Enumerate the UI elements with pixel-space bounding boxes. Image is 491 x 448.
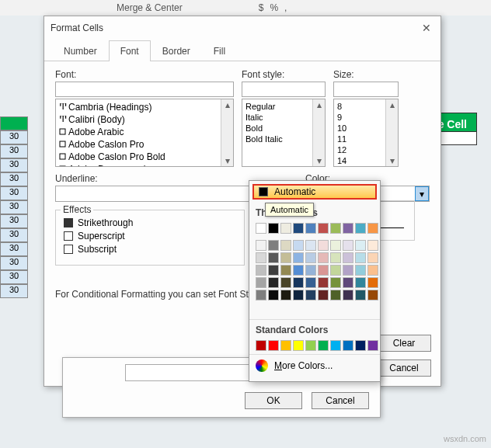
color-swatch[interactable] bbox=[280, 340, 291, 351]
color-swatch[interactable] bbox=[367, 240, 378, 251]
size-input[interactable] bbox=[333, 82, 399, 97]
color-swatch[interactable] bbox=[343, 265, 353, 276]
color-swatch[interactable] bbox=[280, 277, 291, 288]
color-swatch[interactable] bbox=[343, 252, 353, 263]
color-swatch[interactable] bbox=[268, 265, 279, 276]
color-swatch[interactable] bbox=[256, 290, 266, 300]
color-swatch[interactable] bbox=[355, 265, 366, 276]
cell[interactable]: 30 bbox=[0, 270, 28, 284]
color-swatch[interactable] bbox=[330, 240, 341, 251]
color-swatch[interactable] bbox=[355, 340, 366, 351]
color-swatch[interactable] bbox=[256, 223, 266, 234]
fontstyle-list[interactable]: Regular Italic Bold Bold Italic ▴▾ bbox=[242, 99, 326, 167]
cell[interactable]: 30 bbox=[0, 186, 28, 200]
scrollbar[interactable]: ▴▾ bbox=[312, 99, 325, 166]
color-swatch[interactable] bbox=[343, 277, 353, 288]
merge-center-label[interactable]: Merge & Center bbox=[117, 2, 183, 13]
color-swatch[interactable] bbox=[268, 223, 279, 234]
color-swatch[interactable] bbox=[318, 252, 329, 263]
color-swatch[interactable] bbox=[268, 340, 279, 351]
tab-fill[interactable]: Fill bbox=[202, 40, 237, 61]
tab-number[interactable]: Number bbox=[52, 40, 109, 61]
color-swatch[interactable] bbox=[367, 265, 378, 276]
color-swatch[interactable] bbox=[343, 290, 353, 300]
color-swatch[interactable] bbox=[293, 277, 304, 288]
color-swatch[interactable] bbox=[293, 265, 304, 276]
cell[interactable]: 30 bbox=[0, 200, 28, 214]
cell[interactable]: 30 bbox=[0, 214, 28, 228]
color-swatch[interactable] bbox=[330, 252, 341, 263]
cancel-button[interactable]: Cancel bbox=[377, 359, 431, 377]
color-swatch[interactable] bbox=[330, 290, 341, 300]
font-input[interactable] bbox=[55, 82, 234, 97]
chevron-down-icon[interactable]: ▾ bbox=[415, 186, 429, 201]
color-swatch[interactable] bbox=[367, 277, 378, 288]
cell[interactable]: 30 bbox=[0, 242, 28, 256]
tab-font[interactable]: Font bbox=[109, 40, 151, 61]
size-list[interactable]: 8 9 10 11 12 14 ▴▾ bbox=[333, 99, 399, 167]
color-swatch[interactable] bbox=[268, 252, 279, 263]
color-swatch[interactable] bbox=[367, 340, 378, 351]
color-swatch[interactable] bbox=[367, 223, 378, 234]
font-list[interactable]: ͲCambria (Headings) ͲCalibri (Body) Adob… bbox=[55, 99, 234, 167]
color-swatch[interactable] bbox=[330, 340, 341, 351]
cell[interactable]: 30 bbox=[0, 256, 28, 270]
sub-cancel-button[interactable]: Cancel bbox=[312, 392, 369, 409]
color-swatch[interactable] bbox=[355, 252, 366, 263]
cell[interactable]: 30 bbox=[0, 130, 28, 144]
sub-ok-button[interactable]: OK bbox=[245, 392, 302, 409]
cell[interactable]: 30 bbox=[0, 172, 28, 186]
superscript-checkbox[interactable]: Superscript bbox=[64, 231, 236, 241]
subscript-checkbox[interactable]: Subscript bbox=[64, 244, 236, 255]
color-swatch[interactable] bbox=[280, 265, 291, 276]
color-swatch[interactable] bbox=[268, 240, 279, 251]
color-swatch[interactable] bbox=[305, 265, 316, 276]
color-swatch[interactable] bbox=[280, 252, 291, 263]
color-swatch[interactable] bbox=[280, 240, 291, 251]
color-swatch[interactable] bbox=[256, 265, 266, 276]
color-swatch[interactable] bbox=[305, 252, 316, 263]
color-swatch[interactable] bbox=[343, 240, 353, 251]
cell[interactable]: 30 bbox=[0, 144, 28, 158]
strikethrough-checkbox[interactable]: Strikethrough bbox=[64, 217, 236, 228]
color-swatch[interactable] bbox=[293, 252, 304, 263]
color-swatch[interactable] bbox=[268, 290, 279, 300]
color-swatch[interactable] bbox=[305, 290, 316, 300]
color-swatch[interactable] bbox=[355, 290, 366, 300]
clear-button[interactable]: Clear bbox=[377, 335, 431, 352]
color-swatch[interactable] bbox=[318, 240, 329, 251]
scrollbar[interactable]: ▴▾ bbox=[221, 99, 233, 166]
color-swatch[interactable] bbox=[280, 290, 291, 300]
color-swatch[interactable] bbox=[367, 290, 378, 300]
color-swatch[interactable] bbox=[318, 265, 329, 276]
color-swatch[interactable] bbox=[318, 290, 329, 300]
color-swatch[interactable] bbox=[256, 240, 266, 251]
color-swatch[interactable] bbox=[268, 277, 279, 288]
cell[interactable]: 30 bbox=[0, 228, 28, 242]
color-swatch[interactable] bbox=[293, 340, 304, 351]
color-swatch[interactable] bbox=[330, 265, 341, 276]
color-swatch[interactable] bbox=[305, 277, 316, 288]
color-swatch[interactable] bbox=[305, 240, 316, 251]
cell[interactable]: 30 bbox=[0, 158, 28, 172]
color-swatch[interactable] bbox=[280, 223, 291, 234]
color-swatch[interactable] bbox=[293, 290, 304, 300]
color-swatch[interactable] bbox=[318, 340, 329, 351]
scrollbar[interactable]: ▴▾ bbox=[385, 99, 398, 166]
color-swatch[interactable] bbox=[305, 340, 316, 351]
color-swatch[interactable] bbox=[256, 252, 266, 263]
color-swatch[interactable] bbox=[330, 223, 341, 234]
color-swatch[interactable] bbox=[343, 223, 353, 234]
color-swatch[interactable] bbox=[256, 277, 266, 288]
color-swatch[interactable] bbox=[293, 223, 304, 234]
color-swatch[interactable] bbox=[355, 277, 366, 288]
cell[interactable]: 30 bbox=[0, 284, 28, 298]
color-swatch[interactable] bbox=[330, 277, 341, 288]
color-swatch[interactable] bbox=[343, 340, 353, 351]
color-swatch[interactable] bbox=[367, 252, 378, 263]
color-swatch[interactable] bbox=[355, 240, 366, 251]
color-swatch[interactable] bbox=[318, 277, 329, 288]
color-swatch[interactable] bbox=[305, 223, 316, 234]
more-colors-item[interactable]: More Colors... bbox=[249, 354, 380, 377]
color-swatch[interactable] bbox=[256, 340, 266, 351]
